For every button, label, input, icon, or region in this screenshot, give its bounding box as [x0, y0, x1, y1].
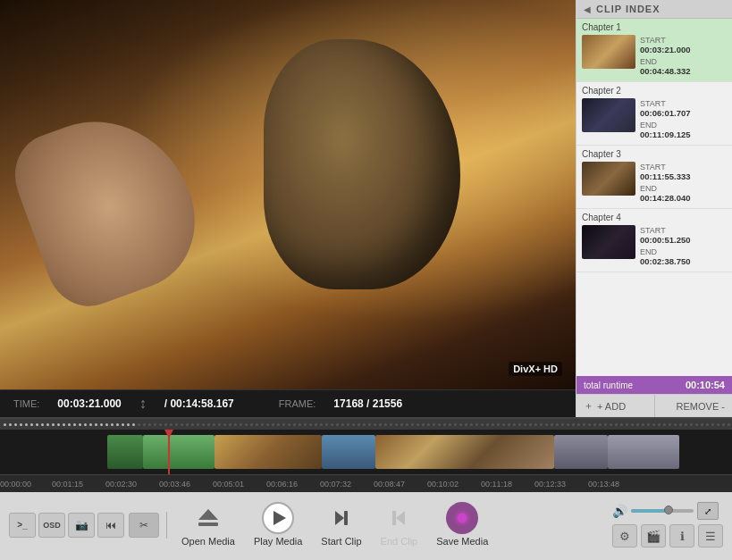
timeline-segment-6 [554, 435, 608, 469]
divx-logo: DivX+ HD [509, 362, 562, 376]
start-icon-shape [335, 511, 348, 525]
camera-button[interactable]: 🎬 [641, 524, 666, 547]
ruler-mark-4: 00:05:01 [213, 480, 244, 489]
ruler-mark-8: 00:10:02 [427, 480, 459, 489]
ruler-mark-7: 00:08:47 [374, 480, 405, 489]
osd-label: OSD [43, 521, 61, 530]
timeline-strip[interactable] [0, 430, 732, 474]
chapter-2-thumb [582, 98, 635, 132]
remove-clip-button[interactable]: REMOVE - [655, 395, 733, 417]
eject-bar [198, 522, 218, 526]
play-triangle [273, 511, 286, 525]
end-clip-icon [383, 502, 415, 534]
chapter-item-1[interactable]: Chapter 1 START 00:03:21.000 END 00:04:4… [576, 19, 732, 82]
save-dot [458, 514, 467, 522]
timeline-area[interactable]: document.addEventListener('DOMContentLoa… [0, 417, 732, 489]
chapter-3-thumb [582, 162, 635, 196]
clip-index-header: ◀ CLIP INDEX [576, 0, 732, 19]
open-media-icon [192, 502, 224, 534]
right-controls: 🔊 ⤢ 🎬 [612, 502, 723, 547]
chapter-item-4[interactable]: Chapter 4 START 00:00:51.250 END 00:02:3… [576, 209, 732, 272]
open-media-button[interactable]: Open Media [174, 498, 242, 551]
frame-label: FRAME: [279, 398, 316, 409]
play-media-button[interactable]: Play Media [247, 498, 309, 551]
chapter-4-end: 00:02:38.750 [640, 256, 691, 266]
previous-button[interactable]: ⏮ [97, 513, 124, 538]
terminal-button[interactable]: >_ [9, 513, 36, 538]
osd-button[interactable]: OSD [38, 513, 65, 538]
fullscreen-button[interactable]: ⤢ [697, 502, 719, 520]
chapter-3-label: Chapter 3 [582, 149, 727, 159]
clip-list[interactable]: Chapter 1 START 00:03:21.000 END 00:04:4… [576, 19, 732, 376]
chapter-1-label: Chapter 1 [582, 22, 727, 32]
ruler-mark-3: 00:03:46 [159, 480, 190, 489]
chapter-4-content: START 00:00:51.250 END 00:02:38.750 [582, 225, 727, 268]
gear-icon [619, 530, 630, 543]
add-icon: ＋ [584, 399, 593, 413]
chapter-3-end: 00:14:28.040 [640, 193, 691, 203]
chapter-2-start: 00:06:01.707 [640, 108, 691, 118]
eject-triangle [198, 509, 218, 520]
chapter-3-times: START 00:11:55.333 END 00:14:28.040 [640, 162, 691, 205]
ruler-mark-1: 00:01:15 [52, 480, 83, 489]
time-value: 00:03:21.000 [57, 397, 121, 410]
utility-controls: >_ OSD 📷 ⏮ [9, 513, 124, 538]
chapter-item-2[interactable]: Chapter 2 START 00:06:01.707 END 00:11:0… [576, 82, 732, 146]
menu-button[interactable] [698, 524, 723, 547]
start-clip-icon [325, 502, 358, 534]
ruler-mark-10: 00:12:33 [534, 480, 566, 489]
start-clip-label: Start Clip [321, 536, 361, 547]
total-runtime-bar: total runtime 00:10:54 [576, 376, 732, 394]
add-clip-button[interactable]: ＋ + ADD [576, 395, 655, 417]
total-runtime-label: total runtime [584, 380, 633, 390]
snapshot-button[interactable]: 📷 [68, 513, 95, 538]
separator-1 [166, 512, 167, 539]
chapter-4-start: 00:00:51.250 [640, 235, 691, 245]
chapter-1-thumb [582, 35, 635, 69]
timeline-segment-2 [143, 435, 215, 469]
volume-slider[interactable] [631, 509, 694, 513]
info-icon [680, 530, 685, 543]
clip-actions: ＋ + ADD REMOVE - [576, 394, 732, 417]
timeline-playhead[interactable] [168, 430, 170, 474]
camera-icon: 🎬 [646, 530, 660, 543]
timeline-ruler: 00:00:00 00:01:15 00:02:30 00:03:46 00:0… [0, 474, 732, 492]
time-divider: / 00:14:58.167 [164, 397, 234, 410]
cut-button[interactable] [129, 513, 159, 538]
chapter-4-thumb [582, 225, 635, 259]
save-media-button[interactable]: Save Media [429, 498, 495, 551]
volume-icon: 🔊 [612, 504, 627, 518]
eject-icon [194, 506, 223, 531]
timeline-segment-5 [375, 435, 554, 469]
main-area: DivX+ HD TIME: 00:03:21.000 ↕ / 00:14:58… [0, 0, 732, 417]
chapter-3-content: START 00:11:55.333 END 00:14:28.040 [582, 162, 727, 205]
chapter-1-end: 00:04:48.332 [640, 66, 691, 76]
settings-button[interactable] [612, 524, 637, 547]
chapter-2-end: 00:11:09.125 [640, 130, 691, 139]
ruler-mark-2: 00:02:30 [105, 480, 137, 489]
settings-row: 🎬 [612, 524, 723, 547]
chapter-1-start: 00:03:21.000 [640, 45, 691, 54]
chapter-item-3[interactable]: Chapter 3 START 00:11:55.333 END 00:14:2… [576, 146, 732, 209]
open-media-label: Open Media [181, 536, 235, 547]
terminal-icon: >_ [17, 520, 27, 530]
end-clip-button[interactable]: End Clip [374, 498, 425, 551]
collapse-icon[interactable]: ◀ [584, 4, 591, 14]
timeline-scroll-dots: document.addEventListener('DOMContentLoa… [0, 419, 732, 430]
clip-index-title: CLIP INDEX [596, 4, 660, 14]
info-button[interactable] [669, 524, 694, 547]
timeline-segment-1 [107, 435, 143, 469]
previous-icon: ⏮ [105, 519, 116, 531]
ruler-mark-5: 00:06:16 [266, 480, 298, 489]
volume-fill [631, 509, 666, 513]
chapter-4-times: START 00:00:51.250 END 00:02:38.750 [640, 225, 691, 268]
controls-bar: >_ OSD 📷 ⏮ Open Media Play [0, 489, 732, 560]
start-clip-button[interactable]: Start Clip [314, 498, 368, 551]
chapter-4-label: Chapter 4 [582, 213, 727, 222]
frame-value: 17168 / 21556 [333, 397, 402, 410]
video-player: DivX+ HD TIME: 00:03:21.000 ↕ / 00:14:58… [0, 0, 576, 417]
chapter-2-content: START 00:06:01.707 END 00:11:09.125 [582, 98, 727, 141]
fullscreen-icon: ⤢ [704, 506, 711, 516]
chapter-2-label: Chapter 2 [582, 86, 727, 96]
list-icon [705, 530, 716, 543]
